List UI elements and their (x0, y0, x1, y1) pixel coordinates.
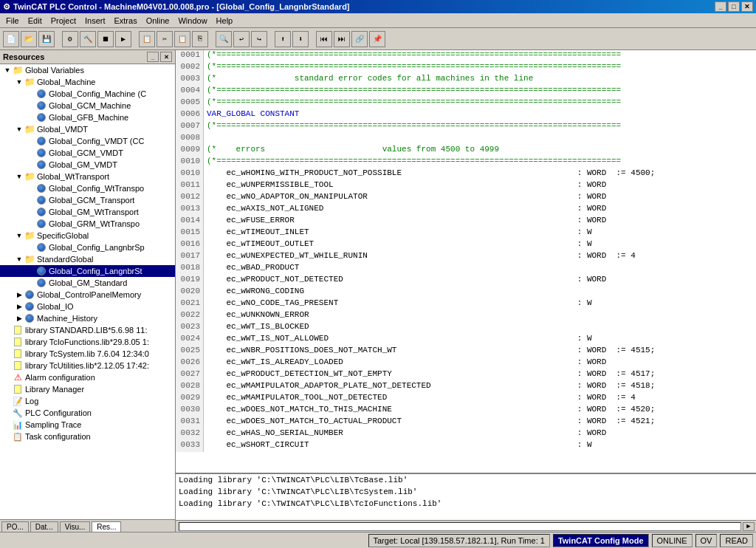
tree-item-global-io[interactable]: ▶Global_IO (0, 301, 175, 312)
minimize-button[interactable]: _ (715, 1, 726, 12)
tb-btn-10[interactable]: ↩ (233, 31, 250, 47)
line-content[interactable]: (*======================================… (204, 50, 621, 62)
line-content[interactable]: (* standard error codes for all machines… (204, 74, 533, 86)
tb-btn-17[interactable]: 📌 (369, 31, 385, 47)
line-content[interactable]: ec_wHOMING_WITH_PRODUCT_NOT_POSSIBLE : W… (204, 168, 655, 180)
line-content[interactable]: ec_wWT_IS_ALREADY_LOADED : WORD (204, 357, 606, 369)
expand-btn[interactable]: ▼ (15, 173, 24, 180)
menu-online[interactable]: Online (142, 15, 174, 27)
line-content[interactable]: ec_wWRONG_CODING (204, 287, 304, 298)
tree-item-global-wttransport[interactable]: ▼📁Global_WtTransport (0, 171, 175, 182)
tree-item-global-config-machine[interactable]: Global_Config_Machine (C (0, 88, 175, 100)
line-content[interactable]: ec_wAXIS_NOT_ALIGNED : WORD (204, 204, 606, 216)
line-content[interactable]: ec_wUNPERMISSIBLE_TOOL : WORD (204, 180, 606, 192)
menu-edit[interactable]: Edit (24, 15, 47, 27)
tree-item-sampling-trace[interactable]: 📊Sampling Trace (0, 419, 175, 431)
tree-item-alarm-config[interactable]: ⚠Alarm configuration (0, 371, 175, 383)
hscroll-right[interactable]: ▶ (743, 522, 755, 531)
tb-btn-9[interactable]: 🔍 (216, 31, 232, 47)
expand-btn[interactable]: ▼ (15, 256, 24, 263)
line-content[interactable]: (* errors values from 4500 to 4999 (204, 145, 499, 157)
line-content[interactable]: ec_wDOES_NOT_MATCH_TO_THIS_MACHINE : WOR… (204, 405, 655, 417)
line-content[interactable]: ec_wBAD_PRODUCT (204, 263, 299, 275)
tb-btn-16[interactable]: 🔗 (351, 31, 368, 47)
close-button[interactable]: ✕ (741, 1, 753, 12)
tree-item-global-config-vmdt[interactable]: Global_Config_VMDT (CC (0, 135, 175, 147)
tree-item-global-config-langnbrst[interactable]: Global_Config_LangnbrSt (0, 265, 175, 277)
line-content[interactable] (204, 133, 207, 145)
tb-btn-6[interactable]: ✂ (157, 31, 173, 47)
tb-btn-7[interactable]: 📋 (174, 31, 190, 47)
expand-btn[interactable]: ▶ (15, 303, 24, 310)
line-content[interactable]: ec_wPRODUCT_NOT_DETECTED : WORD (204, 275, 606, 287)
bottom-tab-res[interactable]: Res... (92, 521, 121, 532)
tree-item-log[interactable]: 📝Log (0, 395, 175, 407)
tree-item-task-configuration[interactable]: 📋Task configuration (0, 431, 175, 442)
tree-item-global-variables[interactable]: ▼📁Global Variables (0, 64, 175, 76)
compile-button[interactable]: ⚙ (62, 31, 78, 47)
tree-item-global-gm-wttransport[interactable]: Global_GM_WtTransport (0, 206, 175, 218)
bottom-tab-dat[interactable]: Dat... (30, 521, 58, 532)
menu-extras[interactable]: Extras (109, 15, 141, 27)
menu-file[interactable]: File (1, 15, 24, 27)
line-content[interactable]: ec_wTIMEOUT_INLET : W (204, 227, 592, 239)
tree-item-global-gcm-vmdt[interactable]: Global_GCM_VMDT (0, 147, 175, 159)
expand-btn[interactable]: ▼ (3, 66, 12, 74)
menu-help[interactable]: Help (212, 15, 238, 27)
tree-item-global-gfb-machine[interactable]: Global_GFB_Machine (0, 112, 175, 123)
tree-item-global-controlpanel[interactable]: ▶Global_ControlPanelMemory (0, 289, 175, 301)
tb-btn-12[interactable]: ⬆ (275, 31, 291, 47)
tree-container[interactable]: ▼📁Global Variables▼📁Global_MachineGlobal… (0, 64, 175, 519)
tree-item-global-gcm-machine[interactable]: Global_GCM_Machine (0, 100, 175, 112)
line-content[interactable]: ec_wHAS_NO_SERIAL_NUMBER : WORD (204, 428, 606, 440)
tree-close[interactable]: ✕ (160, 52, 172, 62)
tree-item-global-gm-standard[interactable]: Global_GM_Standard (0, 277, 175, 289)
stop-button[interactable]: ⏹ (97, 31, 114, 47)
line-content[interactable]: ec_wWT_IS_BLOCKED (204, 322, 309, 334)
tree-item-lib-tcutilities[interactable]: library TcUtilities.lib*2.12.05 17:42: (0, 360, 175, 371)
line-content[interactable]: ec_wNBR_POSITIONS_DOES_NOT_MATCH_WT : WO… (204, 346, 655, 357)
expand-btn[interactable]: ▶ (15, 291, 24, 298)
code-scroll[interactable]: 0001(*==================================… (176, 50, 756, 473)
line-content[interactable]: ec_wMAMIPULATOR_ADAPTOR_PLATE_NOT_DETECT… (204, 381, 655, 393)
expand-btn[interactable]: ▶ (15, 315, 24, 322)
tree-minimize[interactable]: _ (147, 52, 159, 62)
line-content[interactable]: VAR_GLOBAL CONSTANT (204, 109, 299, 121)
tree-item-global-config-langnbr[interactable]: Global_Config_LangnbrSp (0, 242, 175, 253)
expand-btn[interactable]: ▼ (15, 126, 24, 133)
menu-window[interactable]: Window (173, 15, 211, 27)
new-button[interactable]: 📄 (3, 31, 19, 47)
tb-btn-11[interactable]: ↪ (251, 31, 267, 47)
tb-btn-13[interactable]: ⬇ (292, 31, 309, 47)
line-content[interactable]: ec_wUNEXPECTED_WT_WHILE_RUNIN : WORD := … (204, 251, 636, 263)
tree-item-library-manager[interactable]: Library Manager (0, 383, 175, 395)
tb-btn-8[interactable]: ⎘ (192, 31, 208, 47)
line-content[interactable]: ec_wPRODUCT_DETECTION_WT_NOT_EMPTY : WOR… (204, 369, 655, 381)
expand-btn[interactable]: ▼ (15, 78, 24, 86)
tree-item-machine-history[interactable]: ▶Machine_History (0, 312, 175, 324)
tree-item-lib-tcio[interactable]: library TcIoFunctions.lib*29.8.05 1: (0, 336, 175, 348)
line-content[interactable]: (*======================================… (204, 157, 621, 168)
expand-btn[interactable]: ▼ (15, 232, 24, 239)
run-button[interactable]: ▶ (115, 31, 131, 47)
line-content[interactable]: ec_wNO_ADAPTOR_ON_MANIPULATOR : WORD (204, 192, 606, 204)
tree-item-lib-tcsystem[interactable]: library TcSystem.lib 7.6.04 12:34:0 (0, 348, 175, 360)
menu-insert[interactable]: Insert (80, 15, 110, 27)
line-content[interactable]: ec_wDOES_NOT_MATCH_TO_ACTUAL_PRODUCT : W… (204, 417, 655, 428)
menu-project[interactable]: Project (47, 15, 80, 27)
tree-item-global-vmdt[interactable]: ▼📁Global_VMDT (0, 123, 175, 135)
maximize-button[interactable]: □ (728, 1, 740, 12)
bottom-tab-po[interactable]: PO... (1, 521, 29, 532)
line-content[interactable]: ec_wTIMEOUT_OUTLET : W (204, 239, 592, 251)
open-button[interactable]: 📂 (21, 31, 37, 47)
tb-btn-5[interactable]: 📋 (139, 31, 155, 47)
tree-item-global-machine[interactable]: ▼📁Global_Machine (0, 76, 175, 88)
tree-item-lib-standard[interactable]: library STANDARD.LIB*5.6.98 11: (0, 324, 175, 336)
tb-btn-14[interactable]: ⏮ (316, 31, 332, 47)
line-content[interactable]: ec_wSHORT_CIRCUIT : W (204, 440, 592, 452)
line-content[interactable]: (*======================================… (204, 121, 621, 133)
tb-btn-15[interactable]: ⏭ (334, 31, 350, 47)
rebuild-button[interactable]: 🔨 (80, 31, 96, 47)
line-content[interactable]: ec_wUNKNOWN_ERROR (204, 310, 309, 322)
tree-item-specific-global[interactable]: ▼📁SpecificGlobal (0, 230, 175, 242)
